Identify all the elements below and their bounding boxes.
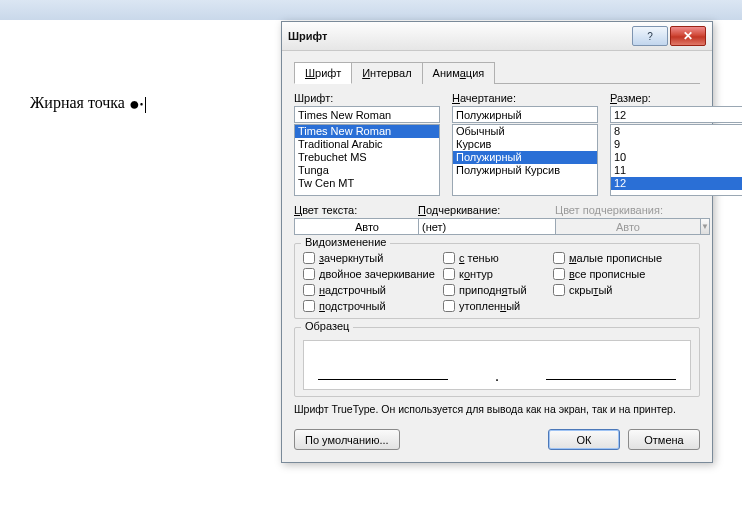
text-cursor bbox=[145, 97, 146, 113]
list-item[interactable]: 10 bbox=[611, 151, 742, 164]
tab-spacing-label: нтервал bbox=[370, 67, 411, 79]
tab-animation[interactable]: Анимация bbox=[422, 62, 496, 84]
ulcolor-combo bbox=[555, 218, 701, 235]
size-input[interactable] bbox=[610, 106, 742, 123]
checkbox-input[interactable] bbox=[553, 284, 565, 296]
effect-label: двойное зачеркивание bbox=[319, 268, 435, 280]
style-label: Начертание: bbox=[452, 92, 598, 104]
underline-combo[interactable] bbox=[418, 218, 564, 235]
list-item[interactable]: Полужирный Курсив bbox=[453, 164, 597, 177]
checkbox-input[interactable] bbox=[443, 300, 455, 312]
font-hint: Шрифт TrueType. Он используется для выво… bbox=[294, 403, 700, 415]
dialog-title: Шрифт bbox=[288, 30, 630, 42]
help-button[interactable]: ? bbox=[632, 26, 668, 46]
font-label: Шрифт: bbox=[294, 92, 440, 104]
checkbox-input[interactable] bbox=[443, 252, 455, 264]
checkbox-input[interactable] bbox=[443, 268, 455, 280]
tab-font[interactable]: Шрифт bbox=[294, 62, 352, 84]
cancel-button[interactable]: Отмена bbox=[628, 429, 700, 450]
size-listbox[interactable]: 89101112 bbox=[610, 124, 742, 196]
effect-label: утопленный bbox=[459, 300, 520, 312]
checkbox-input[interactable] bbox=[443, 284, 455, 296]
list-item[interactable]: Times New Roman bbox=[295, 125, 439, 138]
list-item[interactable]: Tunga bbox=[295, 164, 439, 177]
effect-label: надстрочный bbox=[319, 284, 386, 296]
effect-checkbox[interactable]: зачеркнутый bbox=[303, 252, 443, 264]
checkbox-input[interactable] bbox=[303, 284, 315, 296]
checkbox-input[interactable] bbox=[553, 268, 565, 280]
effect-checkbox[interactable]: надстрочный bbox=[303, 284, 443, 296]
effect-label: с тенью bbox=[459, 252, 499, 264]
effect-checkbox[interactable]: с тенью bbox=[443, 252, 553, 264]
style-listbox[interactable]: ОбычныйКурсивПолужирныйПолужирный Курсив bbox=[452, 124, 598, 196]
font-listbox[interactable]: Times New RomanTraditional ArabicTrebuch… bbox=[294, 124, 440, 196]
color-label: Цвет текста: bbox=[294, 204, 406, 216]
sample-dot: . bbox=[495, 371, 498, 383]
dialog-body: Шрифт Интервал Анимация Шрифт: Times New… bbox=[282, 51, 712, 462]
effect-checkbox[interactable]: двойное зачеркивание bbox=[303, 268, 443, 280]
effect-label: зачеркнутый bbox=[319, 252, 383, 264]
ok-button[interactable]: ОК bbox=[548, 429, 620, 450]
list-item[interactable]: 8 bbox=[611, 125, 742, 138]
effect-checkbox[interactable]: скрытый bbox=[553, 284, 683, 296]
underline-label: Подчеркивание: bbox=[418, 204, 543, 216]
tab-font-label: рифт bbox=[315, 67, 341, 79]
checkbox-input[interactable] bbox=[303, 252, 315, 264]
ulcolor-label: Цвет подчеркивания: bbox=[555, 204, 680, 216]
sample-group: Образец . bbox=[294, 327, 700, 397]
list-item[interactable]: Полужирный bbox=[453, 151, 597, 164]
font-input[interactable] bbox=[294, 106, 440, 123]
doc-bullet-large: ● bbox=[129, 94, 140, 114]
document-text: Жирная точка ●• bbox=[30, 94, 146, 115]
effects-legend: Видоизменение bbox=[301, 236, 390, 248]
checkbox-input[interactable] bbox=[303, 300, 315, 312]
ulcolor-drop-icon: ▼ bbox=[701, 218, 710, 235]
effects-group: Видоизменение зачеркнутыйс теньюмалые пр… bbox=[294, 243, 700, 319]
effect-checkbox[interactable]: подстрочный bbox=[303, 300, 443, 312]
effect-label: все прописные bbox=[569, 268, 645, 280]
tab-anim-label: Аним bbox=[433, 67, 460, 79]
tabstrip: Шрифт Интервал Анимация bbox=[294, 61, 700, 84]
effect-label: подстрочный bbox=[319, 300, 386, 312]
checkbox-input[interactable] bbox=[553, 252, 565, 264]
effect-label: приподнятый bbox=[459, 284, 527, 296]
sample-area: . bbox=[303, 340, 691, 390]
app-window-bar bbox=[0, 0, 742, 21]
effect-label: малые прописные bbox=[569, 252, 662, 264]
checkbox-input[interactable] bbox=[303, 268, 315, 280]
style-input[interactable] bbox=[452, 106, 598, 123]
effect-checkbox[interactable]: контур bbox=[443, 268, 553, 280]
font-dialog: Шрифт ? ✕ Шрифт Интервал Анимация Шрифт:… bbox=[281, 21, 713, 463]
list-item[interactable]: Tw Cen MT bbox=[295, 177, 439, 190]
list-item[interactable]: Traditional Arabic bbox=[295, 138, 439, 151]
dialog-titlebar[interactable]: Шрифт ? ✕ bbox=[282, 22, 712, 51]
effect-checkbox[interactable]: утопленный bbox=[443, 300, 553, 312]
list-item[interactable]: 12 bbox=[611, 177, 742, 190]
effect-label: скрытый bbox=[569, 284, 612, 296]
doc-line1: Жирная точка bbox=[30, 94, 125, 111]
effect-checkbox[interactable]: приподнятый bbox=[443, 284, 553, 296]
effect-checkbox[interactable]: малые прописные bbox=[553, 252, 683, 264]
list-item[interactable]: Trebuchet MS bbox=[295, 151, 439, 164]
list-item[interactable]: 9 bbox=[611, 138, 742, 151]
tab-spacing[interactable]: Интервал bbox=[351, 62, 422, 84]
list-item[interactable]: 11 bbox=[611, 164, 742, 177]
doc-bullet-small: • bbox=[140, 99, 144, 110]
default-button[interactable]: По умолчанию... bbox=[294, 429, 400, 450]
effect-checkbox[interactable]: все прописные bbox=[553, 268, 683, 280]
list-item[interactable]: Обычный bbox=[453, 125, 597, 138]
effect-label: контур bbox=[459, 268, 493, 280]
list-item[interactable]: Курсив bbox=[453, 138, 597, 151]
close-button[interactable]: ✕ bbox=[670, 26, 706, 46]
size-label: Размер: bbox=[610, 92, 742, 104]
sample-legend: Образец bbox=[301, 320, 353, 332]
